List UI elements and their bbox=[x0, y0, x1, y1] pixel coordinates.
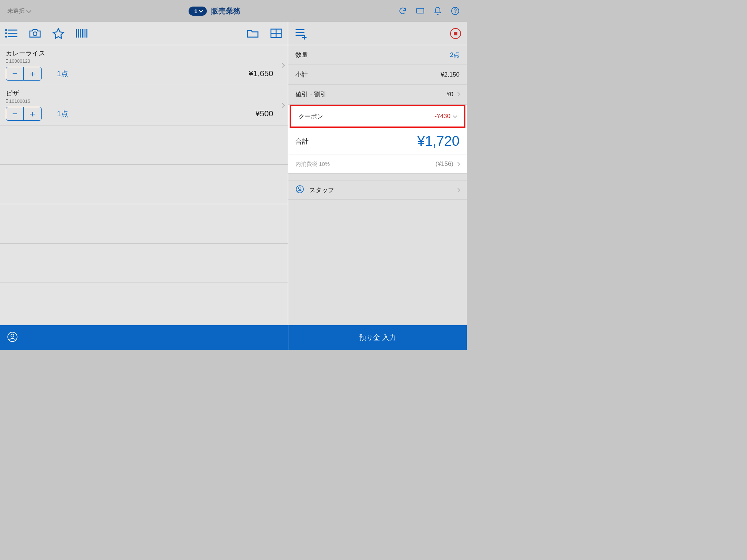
refresh-icon[interactable] bbox=[398, 7, 407, 15]
pay-button[interactable]: 預り金 入力 bbox=[288, 325, 467, 350]
staff-row[interactable]: スタッフ bbox=[288, 180, 467, 200]
pill-count: 1 bbox=[194, 8, 197, 14]
coupon-row[interactable]: クーポン -¥430 bbox=[290, 105, 465, 128]
qty-label: 数量 bbox=[295, 51, 308, 59]
summary-discount-row[interactable]: 値引・割引 ¥0 bbox=[288, 85, 467, 104]
chevron-right-icon bbox=[456, 188, 460, 192]
right-toolbar bbox=[288, 22, 467, 45]
svg-rect-0 bbox=[417, 8, 424, 13]
top-right-icons bbox=[398, 7, 460, 15]
item-price: ¥500 bbox=[68, 109, 282, 118]
left-toolbar bbox=[0, 22, 288, 45]
count-pill[interactable]: 1 bbox=[189, 7, 207, 16]
discount-value: ¥0 bbox=[326, 91, 453, 98]
coupon-label: クーポン bbox=[298, 112, 323, 121]
total-value: ¥1,720 bbox=[309, 133, 460, 149]
empty-row bbox=[0, 165, 288, 204]
discount-label: 値引・割引 bbox=[295, 90, 326, 98]
item-code: 10000123 bbox=[6, 58, 282, 64]
tax-row[interactable]: 内消費税 10% (¥156) bbox=[288, 155, 467, 173]
svg-point-11 bbox=[5, 36, 7, 37]
qty-label: 1点 bbox=[57, 69, 68, 79]
camera-icon[interactable] bbox=[28, 28, 42, 39]
minus-button[interactable]: − bbox=[6, 107, 24, 120]
svg-point-30 bbox=[11, 334, 14, 337]
qty-label: 1点 bbox=[57, 109, 68, 119]
subtotal-value: ¥2,150 bbox=[308, 71, 460, 78]
empty-row bbox=[0, 244, 288, 283]
grid-icon[interactable] bbox=[270, 28, 283, 39]
selector-label: 未選択 bbox=[7, 7, 25, 15]
help-icon[interactable] bbox=[451, 7, 460, 15]
staff-icon bbox=[295, 185, 304, 195]
top-center: 1 販売業務 bbox=[31, 6, 398, 16]
total-label: 合計 bbox=[295, 137, 309, 146]
subtotal-label: 小計 bbox=[295, 70, 308, 79]
item-name: ピザ bbox=[6, 89, 282, 98]
chevron-down-icon bbox=[199, 8, 203, 12]
selector-dropdown[interactable]: 未選択 bbox=[7, 7, 31, 15]
empty-row bbox=[0, 125, 288, 165]
highlight-panel: クーポン -¥430 合計 ¥1,720 内消費税 10% (¥156) bbox=[288, 104, 467, 174]
empty-row bbox=[0, 283, 288, 325]
receipt-add-icon[interactable] bbox=[294, 28, 307, 39]
page-title: 販売業務 bbox=[211, 6, 240, 16]
svg-point-12 bbox=[33, 32, 37, 36]
user-icon[interactable] bbox=[7, 332, 18, 343]
left-pane: カレーライス 10000123 − ＋ 1点 ¥1,650 ピザ 1010001… bbox=[0, 22, 288, 325]
chevron-down-icon bbox=[453, 113, 457, 118]
total-row: 合計 ¥1,720 bbox=[288, 128, 467, 155]
item-row[interactable]: カレーライス 10000123 − ＋ 1点 ¥1,650 bbox=[0, 45, 288, 85]
staff-label: スタッフ bbox=[309, 186, 334, 194]
pay-label: 預り金 入力 bbox=[359, 333, 396, 342]
right-pane: 数量 2点 小計 ¥2,150 値引・割引 ¥0 クーポン -¥430 合計 ¥… bbox=[288, 22, 467, 325]
bell-icon[interactable] bbox=[433, 7, 442, 15]
item-code: 10100015 bbox=[6, 98, 282, 104]
coupon-value: -¥430 bbox=[323, 113, 450, 120]
tax-label: 内消費税 10% bbox=[295, 161, 330, 168]
list-icon[interactable] bbox=[5, 28, 18, 39]
summary-subtotal-row: 小計 ¥2,150 bbox=[288, 65, 467, 85]
summary-qty-row: 数量 2点 bbox=[288, 45, 467, 65]
svg-point-9 bbox=[5, 30, 7, 31]
stop-button[interactable] bbox=[450, 28, 461, 39]
svg-point-28 bbox=[299, 187, 301, 190]
chevron-right-icon bbox=[456, 162, 460, 167]
barcode-icon[interactable] bbox=[75, 28, 88, 39]
plus-button[interactable]: ＋ bbox=[24, 107, 41, 120]
stop-icon bbox=[454, 32, 457, 35]
plus-button[interactable]: ＋ bbox=[24, 67, 41, 80]
star-icon[interactable] bbox=[52, 28, 65, 39]
item-price: ¥1,650 bbox=[68, 69, 282, 78]
workspace: カレーライス 10000123 − ＋ 1点 ¥1,650 ピザ 1010001… bbox=[0, 22, 467, 325]
quantity-stepper: − ＋ bbox=[6, 107, 42, 121]
top-bar: 未選択 1 販売業務 bbox=[0, 0, 467, 22]
svg-point-5 bbox=[455, 13, 456, 13]
empty-row bbox=[0, 204, 288, 244]
qty-value: 2点 bbox=[308, 51, 460, 59]
folder-icon[interactable] bbox=[246, 28, 259, 39]
quantity-stepper: − ＋ bbox=[6, 67, 42, 81]
item-name: カレーライス bbox=[6, 49, 282, 58]
chevron-right-icon bbox=[456, 92, 460, 97]
minus-button[interactable]: − bbox=[6, 67, 24, 80]
tax-value: (¥156) bbox=[330, 160, 453, 168]
svg-point-10 bbox=[5, 33, 7, 34]
bottom-bar: 預り金 入力 bbox=[0, 325, 467, 350]
display-icon[interactable] bbox=[416, 7, 425, 15]
spacer bbox=[288, 174, 467, 180]
item-row[interactable]: ピザ 10100015 − ＋ 1点 ¥500 bbox=[0, 85, 288, 125]
bottom-left bbox=[0, 325, 288, 350]
